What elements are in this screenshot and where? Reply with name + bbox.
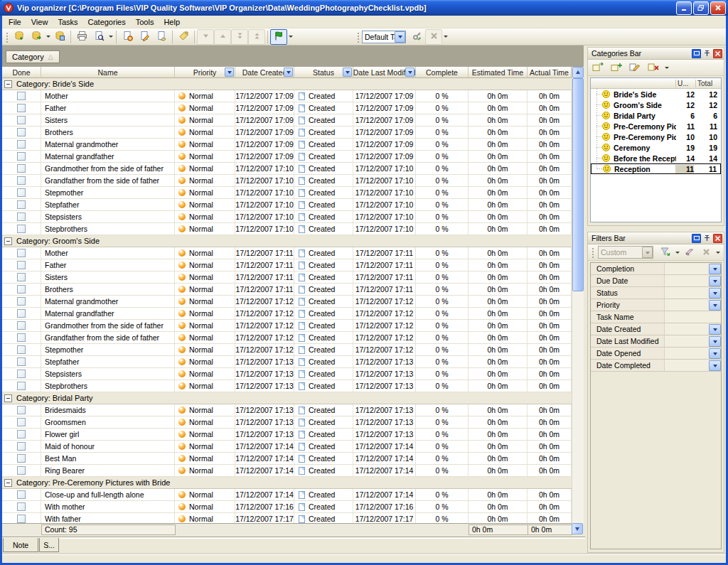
clear-filter-button[interactable] [680,244,697,260]
task-checkbox[interactable] [17,430,26,438]
tree-column-total[interactable]: Total [695,80,721,87]
save-database-button[interactable] [51,29,68,45]
filter-dropdown-button[interactable] [709,264,721,274]
task-view-combo-dropdown-button[interactable] [395,31,405,43]
task-checkbox[interactable] [17,466,26,475]
filters-bar-close-button[interactable] [713,234,722,243]
task-checkbox[interactable] [17,188,26,197]
task-view-combo[interactable]: Default Task V [362,31,406,43]
tab-note[interactable]: Note [3,538,38,552]
task-checkbox[interactable] [17,297,26,306]
toolbar-grip[interactable] [5,31,8,43]
filter-dropdown-button[interactable] [709,360,721,371]
filter-dropdown-button[interactable] [709,288,721,298]
task-row[interactable]: SistersNormal17/12/2007 17:09Created17/1… [2,114,572,127]
column-header-done[interactable]: Done [2,67,41,78]
filter-dropdown-button[interactable] [709,276,721,286]
task-row[interactable]: Maternal grandmotherNormal17/12/2007 17:… [2,139,572,151]
filter-value-field[interactable] [664,263,709,274]
menu-file[interactable]: File [4,17,26,27]
category-tree-item-pre-ceremony-pictures-w[interactable]: Pre-Ceremony Pictures w1010 [591,131,721,142]
filter-dropdown-button[interactable] [709,336,721,347]
toolbar-menu-caret[interactable] [442,30,449,44]
task-row[interactable]: StepmotherNormal17/12/2007 17:10Created1… [2,187,572,199]
column-filter-button[interactable] [405,68,414,77]
column-header-status[interactable]: Status [294,67,353,78]
category-row[interactable]: Category: Pre-Ceremony Pictures with Bri… [2,477,572,489]
column-filter-button[interactable] [284,68,293,77]
categories-bar-close-button[interactable] [713,49,722,58]
filter-value-field[interactable] [664,348,709,359]
task-checkbox[interactable] [17,92,26,100]
task-row[interactable]: SistersNormal17/12/2007 17:11Created17/1… [2,271,572,284]
tags-button[interactable] [175,29,192,45]
column-filter-button[interactable] [225,68,234,77]
task-row[interactable]: StepfatherNormal17/12/2007 17:10Created1… [2,199,572,211]
edit-task-button[interactable] [136,29,153,45]
add-subcategory-button[interactable] [608,60,625,75]
delete-category-button[interactable] [645,60,662,75]
open-database-menu-caret[interactable] [45,30,51,44]
task-row[interactable]: StepbrothersNormal17/12/2007 17:13Create… [2,380,572,392]
filter-value-field[interactable] [664,275,709,286]
column-header-name[interactable]: Name [41,67,175,78]
category-tree-item-before-the-reception[interactable]: Before the Reception1414 [591,153,721,163]
column-header-priority[interactable]: Priority [175,67,235,78]
menu-tasks[interactable]: Tasks [53,17,82,27]
task-row[interactable]: BridesmaidsNormal17/12/2007 17:13Created… [2,404,572,416]
task-checkbox[interactable] [17,418,26,426]
task-row[interactable]: BrothersNormal17/12/2007 17:09Created17/… [2,127,572,139]
vertical-scrollbar[interactable] [572,67,584,523]
column-header-date-last-modified[interactable]: Date Last Modified [353,67,416,78]
print-preview-menu-caret[interactable] [107,30,114,44]
restore-button[interactable] [693,1,709,15]
view-toolbar-grip[interactable] [356,31,359,43]
menu-help[interactable]: Help [159,17,185,27]
task-row[interactable]: BrothersNormal17/12/2007 17:11Created17/… [2,284,572,296]
task-row[interactable]: GroomsmenNormal17/12/2007 17:13Created17… [2,416,572,429]
task-row[interactable]: Ring BearerNormal17/12/2007 17:14Created… [2,465,572,477]
task-checkbox[interactable] [17,406,26,414]
task-row[interactable]: Grandmother from the side of fatherNorma… [2,163,572,175]
filter-dropdown-button[interactable] [709,324,721,335]
task-checkbox[interactable] [17,382,26,390]
filters-toolbar-grip[interactable] [591,247,594,258]
task-row[interactable]: StepsistersNormal17/12/2007 17:10Created… [2,211,572,223]
print-button[interactable] [73,29,90,45]
filter-value-field[interactable] [664,299,709,311]
task-checkbox[interactable] [17,225,26,233]
category-tree-item-bride-s-side[interactable]: Bride's Side1212 [591,89,721,99]
apply-filter-button[interactable] [657,244,674,260]
filter-value-field[interactable] [664,335,709,347]
new-category-button[interactable] [589,60,606,75]
filter-value-field[interactable] [664,360,709,371]
task-checkbox[interactable] [17,370,26,378]
column-header-date-created[interactable]: Date Created [235,67,294,78]
column-header-actual-time[interactable]: Actual Time [528,67,572,78]
categories-bar-float-button[interactable] [692,49,701,58]
filter-dropdown-button[interactable] [709,300,721,311]
task-checkbox[interactable] [17,442,26,451]
filters-bar-pin-button[interactable] [702,234,712,243]
toolbar-menu-caret[interactable] [714,245,721,259]
task-row[interactable]: StepsistersNormal17/12/2007 17:13Created… [2,368,572,380]
minimize-button[interactable] [676,1,692,15]
task-row[interactable]: FatherNormal17/12/2007 17:09Created17/12… [2,102,572,114]
task-checkbox[interactable] [17,200,26,209]
task-checkbox[interactable] [17,454,26,463]
task-view-menu-caret[interactable] [287,30,294,44]
task-checkbox[interactable] [17,249,26,257]
task-checkbox[interactable] [17,285,26,294]
task-checkbox[interactable] [17,333,26,342]
task-checkbox[interactable] [17,309,26,318]
task-checkbox[interactable] [17,212,26,221]
task-checkbox[interactable] [17,502,26,511]
category-tree-item-bridal-party[interactable]: Bridal Party66 [591,110,721,121]
task-checkbox[interactable] [17,345,26,354]
task-row[interactable]: With motherNormal17/12/2007 17:16Created… [2,501,572,513]
task-checkbox[interactable] [17,515,26,523]
collapse-icon[interactable] [4,80,12,88]
edit-category-button[interactable] [626,60,643,75]
print-preview-button[interactable] [90,29,107,45]
tab-s[interactable]: S... [39,538,59,552]
